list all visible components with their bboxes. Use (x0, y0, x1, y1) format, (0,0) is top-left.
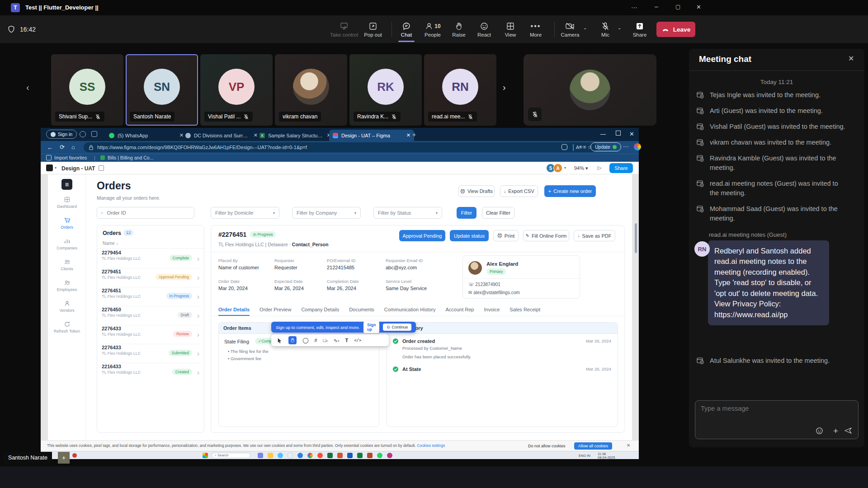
next-participants-chevron[interactable]: › (503, 82, 506, 93)
sidebar-item-employees[interactable]: Employees (48, 279, 86, 292)
url-field[interactable]: https://www.figma.com/design/9BKQ0FOHRWa… (84, 142, 597, 152)
order-id-search[interactable]: ⌕ (97, 207, 194, 219)
mic-button[interactable]: Mic (592, 17, 618, 42)
back-icon[interactable]: ← (47, 144, 53, 151)
tab-company-details[interactable]: Company Details (301, 307, 339, 316)
shape-tool-icon[interactable]: □▾ (323, 338, 328, 343)
maximize-button[interactable]: ▢ (675, 4, 680, 10)
share-button[interactable]: Share (627, 17, 653, 42)
browser-essentials-icon[interactable] (80, 131, 86, 137)
sidebar-item-dashboard[interactable]: Dashboard (48, 196, 86, 209)
tab-invoice[interactable]: Invoice (484, 307, 500, 316)
view-button[interactable]: View (497, 17, 524, 42)
participant-tile[interactable]: SS Shivani Sup... (51, 54, 123, 126)
mic-chevron-icon[interactable]: ⌄ (618, 25, 621, 30)
participant-tile[interactable]: RN read.ai mee... (424, 54, 496, 126)
order-row[interactable]: 2276433 TL Flex Holdings LLC Review › (102, 326, 200, 344)
contact-phone[interactable]: ☏ 2123874901 (468, 282, 500, 287)
tab-order-details[interactable]: Order Details (218, 307, 250, 316)
import-favorites-button[interactable]: Import favorites (46, 155, 87, 160)
browser-close-icon[interactable]: ✕ (629, 131, 634, 137)
people-button[interactable]: 10 People (420, 17, 446, 42)
frame-tool-icon[interactable]: # (314, 338, 317, 343)
export-csv-button[interactable]: ↓ Export CSV (500, 185, 538, 197)
browser-tab-figma-active[interactable]: Design - UAT – Figma ✕ (329, 130, 414, 141)
approval-pending-button[interactable]: Approval Pending (399, 230, 445, 241)
pop-out-button[interactable]: Pop out (360, 17, 386, 42)
bookmark-bills[interactable]: Bills | Billing and Co... (100, 155, 153, 160)
signup-button[interactable]: Sign up (363, 321, 380, 333)
order-row[interactable]: 2279454 TL Flex Holdings LLC Complete › (102, 250, 200, 268)
print-button[interactable]: Print (493, 230, 519, 241)
tab-order-preview[interactable]: Order Preview (259, 307, 291, 316)
figma-pages-icon[interactable] (99, 165, 104, 171)
browser-tab-dc-divisions[interactable]: DC Divisions and Surroundings ✕ (182, 130, 261, 141)
browser-maximize-icon[interactable] (616, 131, 621, 136)
extensions-icon[interactable] (561, 144, 567, 150)
tab-communication-history[interactable]: Communication History (384, 307, 436, 316)
participant-tile[interactable]: vikram chavan (275, 54, 347, 126)
favorites-bar-icon[interactable]: ☆≡ (579, 144, 586, 150)
home-icon[interactable]: ⌂ (71, 144, 75, 150)
contact-email[interactable]: ✉ alex@vstatefilings.com (468, 290, 520, 295)
raise-hand-button[interactable]: Raise (446, 17, 472, 42)
tab-actions-icon[interactable] (91, 131, 97, 137)
take-control-button[interactable]: Take control (331, 17, 357, 42)
sidebar-item-refresh-token[interactable]: Refresh Token (48, 321, 86, 333)
browser-tab-whatsapp[interactable]: (5) WhatsApp ✕ (105, 130, 187, 141)
order-row[interactable]: 2276433 TL Flex Holdings LLC Submitted › (102, 345, 200, 363)
figma-present-icon[interactable]: ▷ (598, 165, 601, 171)
order-row[interactable]: 2276450 TL Flex Holdings LLC Draft › (102, 307, 200, 325)
do-not-allow-cookies-button[interactable]: Do not allow cookies (528, 444, 566, 448)
close-cookie-banner-icon[interactable]: ✕ (627, 443, 630, 448)
previous-participants-chevron[interactable]: ‹ (26, 82, 29, 93)
attach-plus-icon[interactable]: + (833, 426, 838, 436)
camera-chevron-icon[interactable]: ⌄ (583, 25, 587, 30)
code-tool-icon[interactable]: </> (354, 338, 361, 343)
tab-documents[interactable]: Documents (349, 307, 374, 316)
allow-all-cookies-button[interactable]: Allow all cookies (574, 442, 612, 450)
collaborators-chevron-icon[interactable]: ▾ (564, 166, 566, 170)
browser-tab-salary-sheet[interactable]: X Sample Salary Structure with calc ✕ (256, 130, 335, 141)
create-new-order-button[interactable]: + Create new order (544, 185, 596, 197)
figma-zoom-control[interactable]: 94% ▾ (574, 165, 588, 171)
edge-signin-button[interactable]: Sign in (46, 130, 77, 139)
sidebar-item-companies[interactable]: Companies (48, 238, 86, 250)
chat-button[interactable]: Chat (393, 17, 420, 42)
filter-button[interactable]: Filter (457, 207, 476, 219)
update-status-button[interactable]: Update status (450, 230, 489, 241)
comment-tool-icon[interactable]: ◯ (302, 337, 308, 343)
collaborator-avatar[interactable]: A (553, 164, 562, 173)
titlebar-more-button[interactable]: ··· (631, 4, 637, 11)
close-tab-icon[interactable]: ✕ (406, 132, 410, 138)
close-button[interactable]: ✕ (696, 4, 701, 10)
order-row-selected[interactable]: 2276451 TL Flex Holdings LLC In Progress… (102, 288, 200, 306)
clear-filter-button[interactable]: Clear Filter (482, 207, 514, 219)
cursor-tool-icon[interactable] (277, 338, 283, 343)
participant-tile[interactable]: RK Ravindra K... (349, 54, 422, 126)
chat-message-input[interactable] (700, 404, 851, 413)
contact-person-link[interactable]: Contact_Person (292, 242, 329, 247)
figma-menu-button[interactable]: ▾ (46, 164, 57, 171)
emoji-icon[interactable] (815, 427, 824, 435)
sidebar-item-orders[interactable]: Orders (48, 217, 86, 230)
order-row[interactable]: 2216433 TL Flex Holdings LLC Created › (102, 364, 200, 382)
save-as-pdf-button[interactable]: ↓ Save as PDF (574, 230, 615, 241)
sidebar-item-vendors[interactable]: Vendors (48, 300, 86, 313)
cookies-settings-link[interactable]: Cookies settings (417, 443, 445, 448)
participant-tile[interactable]: VP Vishal Patil ... (200, 54, 273, 126)
figma-share-button[interactable]: Share (609, 163, 633, 173)
order-id-input[interactable] (106, 210, 185, 216)
filter-company-select[interactable]: Filter by Company▾ (292, 207, 361, 219)
new-tab-button[interactable]: + (412, 131, 416, 138)
camera-button[interactable]: Camera (557, 17, 583, 42)
edge-update-button[interactable]: Update (590, 142, 621, 151)
hand-tool-icon-active[interactable] (288, 336, 297, 344)
refresh-icon[interactable]: ⟳ (60, 144, 65, 150)
browser-minimize-icon[interactable]: — (600, 131, 606, 137)
leave-button[interactable]: Leave (656, 22, 695, 37)
sidebar-item-clients[interactable]: Clients (48, 258, 86, 271)
more-button[interactable]: ••• More (523, 17, 549, 42)
continue-with-google-button[interactable]: G Continue (383, 324, 411, 331)
presenter-pin-button[interactable]: + (58, 452, 70, 464)
